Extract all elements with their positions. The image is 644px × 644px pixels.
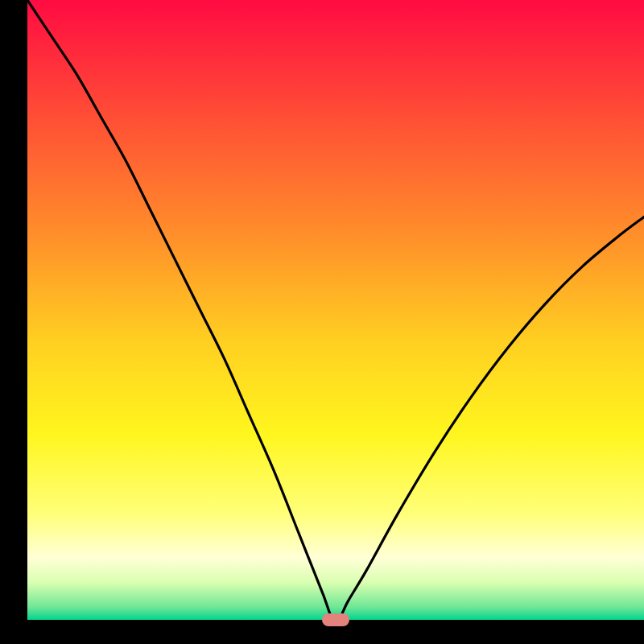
bottleneck-chart <box>27 0 644 620</box>
chart-background-gradient <box>27 0 644 620</box>
chart-frame: TheBottleneck.com <box>0 0 644 644</box>
optimum-marker <box>322 613 349 625</box>
